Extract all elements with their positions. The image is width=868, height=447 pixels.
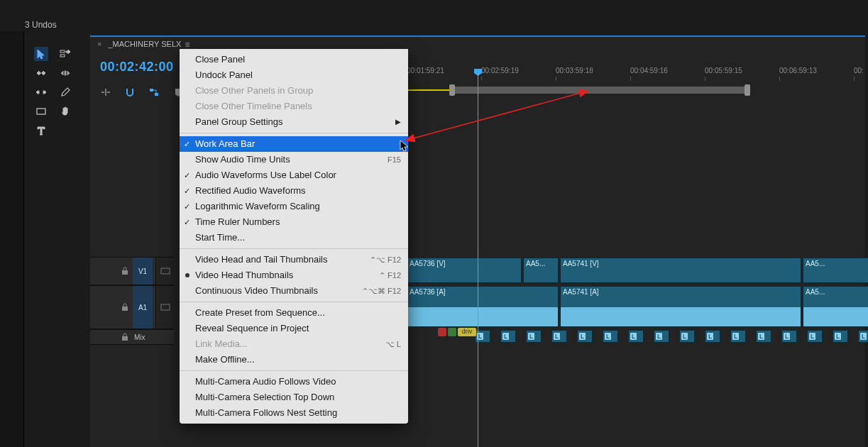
track-label-mix: Mix [134, 333, 145, 341]
mix-clip[interactable]: L [526, 330, 542, 343]
mix-clip[interactable]: L [628, 330, 644, 343]
svg-rect-6 [161, 268, 170, 274]
ruler-time: 00:02:59:19 [481, 67, 519, 74]
lock-icon[interactable] [120, 302, 130, 312]
rectangle-tool-icon[interactable] [34, 104, 48, 118]
menu-item[interactable]: ✓Logarithmic Waveform Scaling [180, 199, 408, 214]
mix-clip[interactable]: L [781, 330, 797, 343]
mix-clip[interactable]: L [756, 330, 771, 343]
video-clip[interactable]: AA5736 [V] [407, 258, 522, 283]
ruler-time: 00:04:59:16 [630, 67, 668, 74]
sequence-tab[interactable]: × _MACHINERY SELX [90, 37, 188, 55]
video-track-v1[interactable]: AA5736 [V]AA5...AA5741 [V]AA5... [407, 257, 865, 284]
track-select-tool-icon[interactable] [58, 47, 72, 61]
video-clip[interactable]: AA5... [803, 258, 868, 283]
menu-item[interactable]: Close Panel [180, 52, 408, 67]
track-targeting-v1[interactable] [155, 258, 175, 285]
menu-item[interactable]: Video Head and Tail Thumbnails⌃⌥ F12 [180, 252, 408, 267]
mix-clip[interactable]: L [500, 330, 516, 343]
tool-column [26, 44, 87, 150]
mix-clip[interactable]: L [833, 330, 848, 343]
menu-item[interactable]: Multi-Camera Selection Top Down [180, 390, 408, 405]
driv-chip: driv [458, 328, 476, 336]
menu-item[interactable]: Multi-Camera Audio Follows Video [180, 374, 408, 390]
mix-clip[interactable]: L [858, 330, 868, 343]
panel-menu-icon[interactable]: ≡ [182, 40, 192, 50]
svg-rect-5 [122, 270, 128, 275]
track-header-a1[interactable]: A1 [90, 285, 174, 329]
menu-item[interactable]: Panel Group Settings▶ [180, 114, 408, 130]
mix-clip[interactable]: L [679, 330, 695, 343]
audio-clip[interactable]: AA5741 [A] [560, 286, 801, 327]
insert-mode-icon[interactable] [100, 87, 111, 98]
svg-rect-8 [161, 304, 170, 310]
panel-menu[interactable]: Close PanelUndock PanelClose Other Panel… [180, 49, 408, 424]
annotation-arrow [397, 82, 599, 146]
ruler-time: 00:03:59:18 [556, 67, 593, 74]
slip-tool-icon[interactable] [34, 85, 48, 99]
mix-clip[interactable]: L [577, 330, 593, 343]
menu-item[interactable]: Reveal Sequence in Project [180, 321, 408, 336]
mix-clip[interactable]: L [730, 330, 746, 343]
menu-item[interactable]: Video Head Thumbnails⌃ F12 [180, 267, 408, 283]
track-label-a1[interactable]: A1 [133, 286, 153, 329]
svg-rect-7 [122, 307, 128, 311]
ruler-time: 00:06:59:13 [779, 67, 817, 74]
track-header-mix[interactable]: Mix [90, 329, 174, 345]
menu-item[interactable]: Create Preset from Sequence... [180, 305, 408, 321]
linked-selection-icon[interactable] [148, 87, 160, 98]
svg-rect-3 [150, 89, 153, 92]
menu-item[interactable]: ✓Rectified Audio Waveforms [180, 183, 408, 199]
menu-item[interactable]: Show Audio Time UnitsF15 [180, 152, 408, 167]
mix-clip[interactable]: L [654, 330, 669, 343]
undo-status: 3 Undos [25, 20, 57, 30]
track-header-v1[interactable]: V1 [90, 257, 174, 285]
mix-clip[interactable]: L [705, 330, 720, 343]
ripple-tool-icon[interactable] [34, 66, 48, 80]
svg-line-10 [405, 91, 588, 140]
menu-item[interactable]: ✓Work Area Bar [180, 136, 408, 152]
menu-item[interactable]: Make Offline... [180, 352, 408, 368]
menu-item[interactable]: Undock Panel [180, 67, 408, 83]
menu-item: Close Other Timeline Panels [180, 99, 408, 114]
left-gutter [0, 31, 24, 447]
sequence-name: _MACHINERY SELX [109, 40, 182, 48]
audio-clip[interactable]: AA5736 [A] [407, 286, 559, 327]
track-targeting-a1[interactable] [155, 286, 175, 329]
menu-item[interactable]: Continuous Video Thumbnails⌃⌥⌘ F12 [180, 283, 408, 299]
track-label-v1[interactable]: V1 [133, 258, 153, 285]
svg-rect-1 [60, 55, 65, 57]
lock-icon[interactable] [120, 266, 130, 276]
mix-clip[interactable]: L [807, 330, 823, 343]
audio-clip[interactable]: AA5... [803, 286, 868, 327]
mouse-cursor [400, 140, 410, 153]
menu-item: Close Other Panels in Group [180, 83, 408, 99]
close-tab-icon[interactable]: × [97, 40, 101, 48]
lock-icon[interactable] [120, 332, 130, 342]
snap-icon[interactable] [124, 87, 136, 98]
mix-clip[interactable]: L [603, 330, 618, 343]
video-clip[interactable]: AA5... [523, 258, 559, 283]
menu-item[interactable]: ✓Time Ruler Numbers [180, 214, 408, 230]
work-area-end-handle[interactable] [745, 84, 750, 96]
menu-item[interactable]: ✓Audio Waveforms Use Label Color [180, 167, 408, 183]
mix-clip[interactable]: L [551, 330, 567, 343]
ruler-time: 00:01:59:21 [407, 67, 444, 74]
ruler-time: 00:05:59:15 [705, 67, 742, 74]
hand-tool-icon[interactable] [58, 104, 72, 118]
svg-rect-9 [122, 336, 128, 341]
current-timecode[interactable]: 00:02:42:00 [100, 60, 174, 74]
menu-item[interactable]: Start Time... [180, 230, 408, 245]
pen-tool-icon[interactable] [58, 85, 72, 99]
svg-rect-0 [60, 50, 65, 53]
selection-tool-icon[interactable] [34, 47, 48, 61]
menu-item: Link Media...⌥ L [180, 336, 408, 352]
audio-track-a1[interactable]: AA5736 [A]AA5741 [A]AA5... [407, 285, 865, 328]
menu-item[interactable]: Multi-Camera Follows Nest Setting [180, 405, 408, 421]
svg-rect-2 [37, 109, 45, 114]
type-tool-icon[interactable] [34, 123, 48, 138]
rate-stretch-tool-icon[interactable] [58, 66, 72, 80]
ruler-time: 00: [854, 67, 864, 74]
video-clip[interactable]: AA5741 [V] [560, 258, 801, 283]
